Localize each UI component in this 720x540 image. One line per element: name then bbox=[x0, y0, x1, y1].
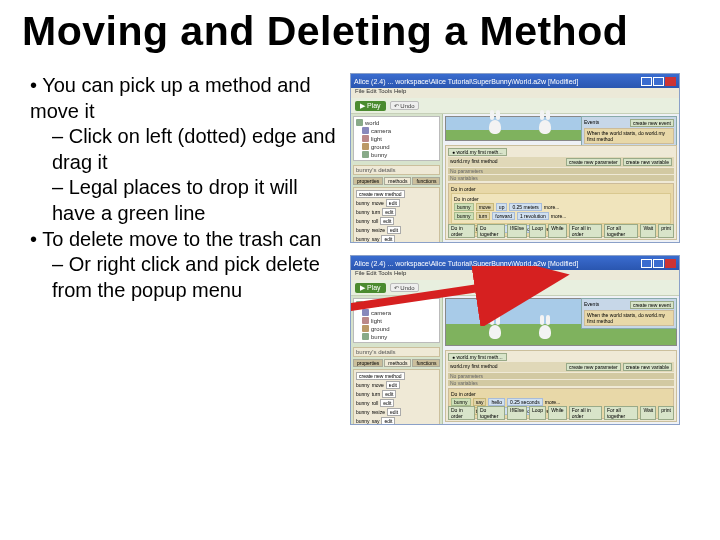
method-item[interactable]: bunny bbox=[356, 418, 370, 424]
create-event-button[interactable]: create new event bbox=[630, 301, 674, 309]
object-tree[interactable]: world camera light ground bunny bbox=[353, 116, 440, 161]
edit-button[interactable]: edit bbox=[387, 408, 401, 416]
method-item[interactable]: bunny bbox=[356, 400, 370, 406]
close-icon[interactable] bbox=[665, 259, 676, 268]
token-arg[interactable]: hello bbox=[488, 398, 505, 406]
footer-tile[interactable]: Loop bbox=[529, 406, 546, 420]
token-action[interactable]: say bbox=[473, 398, 487, 406]
method-item[interactable]: bunny bbox=[356, 209, 370, 215]
play-button[interactable]: ▶ Play bbox=[355, 101, 386, 111]
edit-button[interactable]: edit bbox=[382, 390, 396, 398]
tree-node[interactable]: light bbox=[371, 136, 382, 142]
edit-button[interactable]: edit bbox=[387, 226, 401, 234]
create-event-button[interactable]: create new event bbox=[630, 119, 674, 127]
more-label[interactable]: more... bbox=[545, 399, 561, 405]
footer-tile[interactable]: Do together bbox=[477, 406, 505, 420]
footer-tile[interactable]: print bbox=[658, 224, 674, 238]
edit-button[interactable]: edit bbox=[381, 417, 395, 425]
create-param-button[interactable]: create new parameter bbox=[566, 363, 621, 371]
footer-tile[interactable]: For all together bbox=[604, 406, 639, 420]
edit-button[interactable]: edit bbox=[386, 199, 400, 207]
footer-tile[interactable]: For all in order bbox=[569, 224, 602, 238]
token-arg[interactable]: up bbox=[496, 203, 508, 211]
create-method-button[interactable]: create new method bbox=[356, 190, 405, 198]
tree-node[interactable]: camera bbox=[371, 310, 391, 316]
event-row[interactable]: When the world starts, do world.my first… bbox=[584, 128, 674, 144]
token-arg[interactable]: forward bbox=[492, 212, 515, 220]
inner-block[interactable]: Do in order bunny move up 0.25 meters mo… bbox=[451, 193, 671, 224]
footer-tile[interactable]: Do together bbox=[477, 224, 505, 238]
footer-tile[interactable]: Do in order bbox=[448, 406, 475, 420]
token-arg[interactable]: 0.25 meters bbox=[509, 203, 541, 211]
editor-tab[interactable]: ● world.my first meth... bbox=[448, 148, 507, 156]
method-item[interactable]: bunny bbox=[356, 218, 370, 224]
footer-tile[interactable]: Wait bbox=[640, 224, 656, 238]
tree-node[interactable]: bunny bbox=[371, 152, 387, 158]
object-tree[interactable]: world camera light ground bunny bbox=[353, 298, 440, 343]
footer-tile[interactable]: For all in order bbox=[569, 406, 602, 420]
event-row[interactable]: When the world starts, do world.my first… bbox=[584, 310, 674, 326]
method-item[interactable]: bunny bbox=[356, 200, 370, 206]
footer-tile[interactable]: While bbox=[548, 224, 567, 238]
method-item[interactable]: bunny bbox=[356, 236, 370, 242]
footer-tile[interactable]: While bbox=[548, 406, 567, 420]
footer-tile[interactable]: For all together bbox=[604, 224, 639, 238]
more-label[interactable]: more... bbox=[551, 213, 567, 219]
statement-row[interactable]: bunny move up 0.25 meters more... bbox=[454, 203, 668, 211]
token-object[interactable]: bunny bbox=[454, 203, 474, 211]
statement-row[interactable]: bunny turn forward 1 revolution more... bbox=[454, 212, 668, 220]
footer-tile[interactable]: Loop bbox=[529, 224, 546, 238]
close-icon[interactable] bbox=[665, 77, 676, 86]
tab-functions[interactable]: functions bbox=[412, 359, 440, 367]
token-action[interactable]: move bbox=[476, 203, 494, 211]
create-var-button[interactable]: create new variable bbox=[623, 363, 672, 371]
tree-node[interactable]: light bbox=[371, 318, 382, 324]
create-param-button[interactable]: create new parameter bbox=[566, 158, 621, 166]
footer-tile[interactable]: If/Else bbox=[507, 406, 527, 420]
edit-button[interactable]: edit bbox=[380, 217, 394, 225]
token-object[interactable]: bunny bbox=[451, 398, 471, 406]
tab-properties[interactable]: properties bbox=[353, 177, 383, 185]
method-item[interactable]: bunny bbox=[356, 227, 370, 233]
edit-button[interactable]: edit bbox=[381, 235, 395, 243]
undo-button[interactable]: ↶ Undo bbox=[390, 283, 419, 292]
token-action[interactable]: turn bbox=[476, 212, 491, 220]
editor-footer: Do in order Do together If/Else Loop Whi… bbox=[448, 224, 674, 238]
tab-methods[interactable]: methods bbox=[384, 359, 411, 367]
tab-functions[interactable]: functions bbox=[412, 177, 440, 185]
maximize-icon[interactable] bbox=[653, 259, 664, 268]
tree-node[interactable]: ground bbox=[371, 144, 390, 150]
tree-node[interactable]: bunny bbox=[371, 334, 387, 340]
undo-button[interactable]: ↶ Undo bbox=[390, 101, 419, 110]
statement-row[interactable]: bunny say hello 0.25 seconds more... bbox=[451, 398, 671, 406]
play-button[interactable]: ▶ Play bbox=[355, 283, 386, 293]
token-arg[interactable]: 0.25 seconds bbox=[507, 398, 543, 406]
tree-node[interactable]: ground bbox=[371, 326, 390, 332]
footer-tile[interactable]: If/Else bbox=[507, 224, 527, 238]
menu-bar[interactable]: File Edit Tools Help bbox=[351, 88, 679, 98]
edit-button[interactable]: edit bbox=[380, 399, 394, 407]
tab-properties[interactable]: properties bbox=[353, 359, 383, 367]
footer-tile[interactable]: Do in order bbox=[448, 224, 475, 238]
minimize-icon[interactable] bbox=[641, 259, 652, 268]
editor-tab[interactable]: ● world.my first meth... bbox=[448, 353, 507, 361]
maximize-icon[interactable] bbox=[653, 77, 664, 86]
create-var-button[interactable]: create new variable bbox=[623, 158, 672, 166]
footer-tile[interactable]: Wait bbox=[640, 406, 656, 420]
method-item[interactable]: bunny bbox=[356, 409, 370, 415]
tree-node[interactable]: camera bbox=[371, 128, 391, 134]
method-item[interactable]: bunny bbox=[356, 391, 370, 397]
menu-bar[interactable]: File Edit Tools Help bbox=[351, 270, 679, 280]
tree-node[interactable]: world bbox=[365, 120, 379, 126]
more-label[interactable]: more... bbox=[544, 204, 560, 210]
tree-node[interactable]: world bbox=[365, 302, 379, 308]
edit-button[interactable]: edit bbox=[386, 381, 400, 389]
token-arg[interactable]: 1 revolution bbox=[517, 212, 549, 220]
footer-tile[interactable]: print bbox=[658, 406, 674, 420]
create-method-button[interactable]: create new method bbox=[356, 372, 405, 380]
token-object[interactable]: bunny bbox=[454, 212, 474, 220]
tab-methods[interactable]: methods bbox=[384, 177, 411, 185]
edit-button[interactable]: edit bbox=[382, 208, 396, 216]
minimize-icon[interactable] bbox=[641, 77, 652, 86]
method-item[interactable]: bunny bbox=[356, 382, 370, 388]
